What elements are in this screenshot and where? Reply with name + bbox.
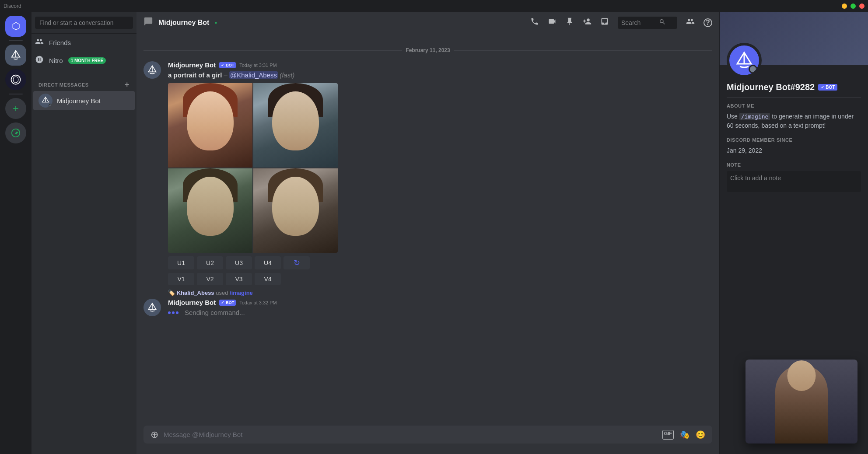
- notif-icon: 🏷️: [168, 290, 175, 296]
- profile-panel: Midjourney Bot#9282 ✓ BOT ABOUT ME Use /…: [719, 12, 868, 454]
- message-content-1: Midjourney Bot ✓ BOT Today at 3:31 PM a …: [168, 61, 712, 285]
- upscale-buttons: U1 U2 U3 U4 ↻: [168, 256, 712, 269]
- server-rail: ⬡ +: [0, 12, 32, 454]
- u1-button[interactable]: U1: [168, 256, 194, 269]
- profile-status-ring: [749, 65, 757, 73]
- nitro-nav-item[interactable]: Nitro 1 MONTH FREE: [32, 52, 136, 70]
- explore-servers-icon[interactable]: [5, 122, 26, 143]
- refresh-button[interactable]: ↻: [284, 256, 310, 269]
- message-input-area: ⊕ GIF 🎭 😊: [136, 426, 719, 454]
- video-icon[interactable]: [548, 17, 556, 28]
- message-bold-text: a portrait of a girl: [168, 71, 222, 79]
- profile-body: Midjourney Bot#9282 ✓ BOT ABOUT ME Use /…: [720, 65, 868, 208]
- message-row-2: Midjourney Bot ✓ BOT Today at 3:32 PM: [136, 298, 719, 318]
- call-icon[interactable]: [530, 17, 539, 28]
- chat-header-icons: ?: [530, 17, 712, 29]
- profile-avatar-large: [727, 43, 762, 78]
- close-button[interactable]: [859, 3, 864, 9]
- u2-button[interactable]: U2: [197, 256, 223, 269]
- members-list-icon[interactable]: [686, 17, 695, 28]
- v2-button[interactable]: V2: [197, 273, 223, 285]
- note-title: NOTE: [727, 162, 861, 168]
- notif-command: /imagine: [230, 290, 253, 296]
- message-row-1: Midjourney Bot ✓ BOT Today at 3:31 PM a …: [136, 60, 719, 286]
- minimize-button[interactable]: [842, 3, 847, 9]
- bot-checkmark-1: ✓: [221, 63, 224, 67]
- dm-item-name-midjourney: Midjourney Bot: [57, 97, 101, 105]
- sending-command-text: Sending command...: [168, 308, 712, 317]
- chat-header-name: Midjourney Bot: [158, 19, 209, 27]
- maximize-button[interactable]: [850, 3, 856, 9]
- about-me-title: ABOUT ME: [727, 103, 861, 108]
- message-avatar-1: [144, 61, 161, 79]
- date-label: February 11, 2023: [406, 47, 450, 53]
- help-icon[interactable]: ?: [704, 18, 712, 27]
- title-bar: Discord: [0, 0, 868, 12]
- friends-label: Friends: [49, 39, 71, 46]
- message-avatar-2: [144, 299, 161, 316]
- dot-2: [172, 311, 175, 314]
- emoji-icon[interactable]: 😊: [696, 430, 705, 440]
- rail-divider: [9, 40, 23, 41]
- u3-button[interactable]: U3: [226, 256, 252, 269]
- message-tag: (fast): [280, 71, 294, 79]
- message-author-1: Midjourney Bot: [168, 61, 216, 69]
- inbox-icon[interactable]: [600, 17, 609, 28]
- dm-status-dot: [49, 104, 52, 108]
- find-conversation-input[interactable]: [35, 17, 133, 29]
- portrait-image-1: [168, 83, 252, 168]
- sticker-icon[interactable]: 🎭: [680, 430, 690, 440]
- message-header-2: Midjourney Bot ✓ BOT Today at 3:32 PM: [168, 299, 712, 306]
- pin-icon[interactable]: [565, 17, 574, 28]
- nitro-icon: [35, 55, 44, 66]
- profile-name-row: Midjourney Bot#9282 ✓ BOT: [727, 82, 861, 92]
- server-openai-icon[interactable]: [5, 69, 26, 90]
- generated-image-grid: [168, 83, 338, 253]
- message-input-box: ⊕ GIF 🎭 😊: [144, 426, 712, 444]
- bot-badge-2: ✓ BOT: [219, 300, 236, 306]
- member-since-title: DISCORD MEMBER SINCE: [727, 137, 861, 143]
- discord-home-icon[interactable]: ⬡: [5, 16, 26, 37]
- add-server-button[interactable]: +: [5, 98, 26, 119]
- profile-divider: [727, 98, 861, 98]
- message-content-2: Midjourney Bot ✓ BOT Today at 3:32 PM: [168, 299, 712, 317]
- window-controls: [842, 3, 864, 9]
- member-since-date: Jan 29, 2022: [727, 146, 861, 155]
- dm-avatar-midjourney: [38, 94, 52, 108]
- bot-badge-1: ✓ BOT: [219, 62, 236, 68]
- portrait-image-3: [168, 168, 252, 253]
- friends-nav-item[interactable]: Friends: [32, 34, 136, 52]
- chat-header-status-dot: ●: [214, 20, 217, 25]
- date-divider: February 11, 2023: [136, 47, 719, 53]
- nitro-label: Nitro: [49, 57, 63, 64]
- slash-imagine-highlight: /imagine: [739, 113, 770, 120]
- portrait-image-4: [253, 168, 338, 253]
- attach-icon[interactable]: ⊕: [150, 429, 158, 440]
- video-feed: [746, 360, 858, 444]
- variation-buttons: V1 V2 V3 V4: [168, 273, 712, 285]
- new-dm-button[interactable]: +: [125, 80, 130, 89]
- dm-sidebar: Friends Nitro 1 MONTH FREE DIRECT MESSAG…: [32, 12, 136, 454]
- dot-1: [168, 311, 171, 314]
- chat-search-input[interactable]: [621, 19, 656, 26]
- v1-button[interactable]: V1: [168, 273, 194, 285]
- friends-icon: [35, 37, 44, 48]
- server-sailboat-icon[interactable]: [5, 45, 26, 66]
- chat-search-box: [618, 17, 677, 29]
- note-textarea[interactable]: [727, 171, 861, 192]
- v3-button[interactable]: V3: [226, 273, 252, 285]
- v4-button[interactable]: V4: [255, 273, 281, 285]
- gif-button[interactable]: GIF: [662, 430, 674, 440]
- rail-divider-2: [9, 94, 23, 94]
- loading-dots: [168, 311, 178, 314]
- dm-section-header: DIRECT MESSAGES +: [32, 73, 136, 91]
- dm-item-midjourney[interactable]: Midjourney Bot: [33, 91, 135, 110]
- profile-bot-badge: ✓ BOT: [818, 84, 837, 91]
- message-input-field[interactable]: [164, 426, 657, 444]
- nitro-badge: 1 MONTH FREE: [68, 57, 106, 64]
- note-section: NOTE: [727, 162, 861, 194]
- message-header-1: Midjourney Bot ✓ BOT Today at 3:31 PM: [168, 61, 712, 69]
- messages-list: February 11, 2023 Midjourney Bot ✓: [136, 33, 719, 426]
- u4-button[interactable]: U4: [255, 256, 281, 269]
- add-member-icon[interactable]: [583, 17, 592, 28]
